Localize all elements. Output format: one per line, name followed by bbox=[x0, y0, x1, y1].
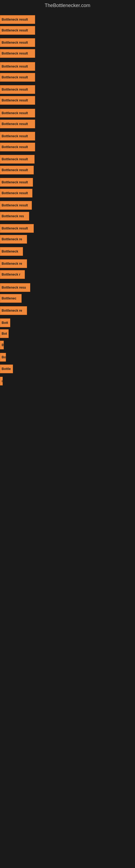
bar-item: Bottleneck result bbox=[0, 49, 35, 58]
bar-label: Bottleneck r bbox=[2, 273, 20, 276]
bar-label: B bbox=[2, 343, 4, 347]
bar-label: Bott bbox=[2, 321, 8, 325]
site-title: TheBottlenecker.com bbox=[0, 0, 135, 10]
bar-item: Bottleneck result bbox=[0, 189, 32, 197]
bar-item: Bo bbox=[0, 353, 6, 362]
bar-item: Bottleneck result bbox=[0, 15, 35, 24]
bar-label: Bottleneck result bbox=[2, 168, 28, 172]
bar-item: Bottleneck result bbox=[0, 38, 35, 47]
bar-item: Bottleneck res bbox=[0, 212, 29, 220]
bar-label: Bottleneck resu bbox=[2, 286, 26, 289]
bar-label: Bottleneck result bbox=[2, 145, 28, 149]
bar-item: Bottleneck re bbox=[0, 259, 27, 268]
bar-label: Bottleneck result bbox=[2, 41, 28, 44]
bar-item: Bottleneck re bbox=[0, 306, 27, 315]
bar-item: n bbox=[0, 377, 3, 385]
bar-item: Bottleneck result bbox=[0, 62, 35, 71]
bar-item: Bottleneck result bbox=[0, 155, 35, 163]
bar-item: Bottleneck r bbox=[0, 270, 25, 279]
bar-item: Bottleneck resu bbox=[0, 283, 30, 292]
bar-item: Bottleneck result bbox=[0, 85, 35, 94]
bar-label: Bottleneck result bbox=[2, 65, 28, 68]
bar-item: B bbox=[0, 341, 4, 349]
bar-item: Bottleneck result bbox=[0, 132, 35, 141]
bar-item: Bottleneck result bbox=[0, 120, 35, 128]
bar-item: Bottleneck result bbox=[0, 224, 34, 233]
bar-label: Bottleneck result bbox=[2, 122, 28, 126]
bar-label: Bottleneck result bbox=[2, 52, 28, 55]
bar-item: Bottleneck re bbox=[0, 235, 27, 244]
bar-label: Bottleneck re bbox=[2, 309, 22, 312]
bar-label: n bbox=[2, 379, 3, 383]
bar-item: Bottleneck result bbox=[0, 26, 35, 35]
bar-label: Bottleneck re bbox=[2, 237, 22, 241]
bar-item: Bottleneck result bbox=[0, 109, 35, 118]
bar-label: Bottleneck result bbox=[2, 98, 28, 102]
bar-item: Bottleneck result bbox=[0, 178, 33, 187]
bar-label: Bottleneck res bbox=[2, 214, 24, 218]
bar-label: Bot bbox=[2, 332, 7, 336]
chart-area: Bottleneck resultBottleneck resultBottle… bbox=[0, 10, 135, 864]
bar-label: Bottleneck result bbox=[2, 180, 28, 184]
bar-item: Bottleneck result bbox=[0, 73, 35, 82]
bar-item: Bottleneck result bbox=[0, 143, 35, 151]
bar-label: Bottleneck result bbox=[2, 88, 28, 91]
bar-label: Bottleneck result bbox=[2, 134, 28, 138]
bar-item: Bottleneck result bbox=[0, 201, 32, 210]
bar-label: Bottleneck result bbox=[2, 157, 28, 161]
bar-label: Bottlenec bbox=[2, 297, 16, 300]
bar-label: Bottleneck re bbox=[2, 262, 22, 266]
bar-item: Bottle bbox=[0, 365, 13, 373]
bar-item: Bott bbox=[0, 318, 10, 327]
bar-item: Bot bbox=[0, 329, 9, 338]
bar-item: Bottlenec bbox=[0, 294, 21, 303]
bar-label: Bottleneck result bbox=[2, 111, 28, 115]
bar-label: Bottleneck result bbox=[2, 29, 28, 32]
bar-label: Bottleneck result bbox=[2, 18, 28, 22]
bar-label: Bottleneck result bbox=[2, 226, 28, 230]
bar-label: Bottleneck result bbox=[2, 204, 28, 207]
bar-label: Bottleneck result bbox=[2, 75, 28, 79]
bar-item: Bottleneck result bbox=[0, 96, 35, 105]
bar-label: Bottleneck bbox=[2, 250, 18, 253]
bar-item: Bottleneck result bbox=[0, 166, 34, 175]
bar-item: Bottleneck bbox=[0, 247, 23, 256]
bar-label: Bo bbox=[2, 355, 6, 359]
bar-label: Bottle bbox=[2, 367, 11, 371]
bar-label: Bottleneck result bbox=[2, 191, 28, 195]
